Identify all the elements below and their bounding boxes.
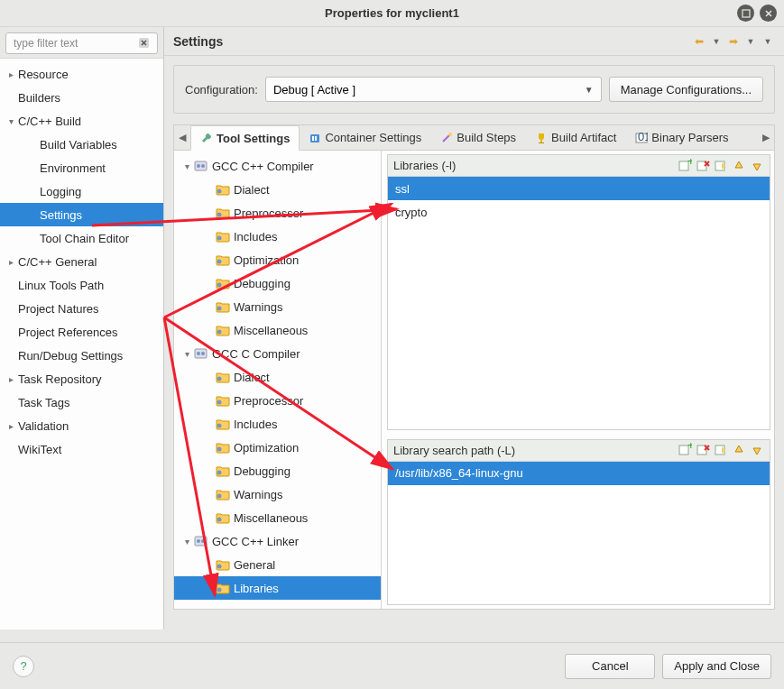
chevron-down-icon: ▼: [585, 85, 594, 95]
move-up-icon[interactable]: [732, 443, 746, 457]
sidebar-item-c-c-build[interactable]: ▾C/C++ Build: [0, 109, 163, 133]
sidebar-item-resource[interactable]: ▸Resource: [0, 62, 163, 86]
manage-configurations-button[interactable]: Manage Configurations...: [609, 77, 763, 102]
sidebar-item-c-c-general[interactable]: ▸C/C++ General: [0, 250, 163, 273]
edit-icon[interactable]: [714, 443, 728, 457]
edit-icon[interactable]: [714, 159, 728, 173]
settings-tree-warnings[interactable]: Warnings: [174, 295, 381, 318]
settings-tree-label: Preprocessor: [234, 207, 303, 220]
svg-line-9: [443, 135, 449, 142]
tool-icon: [194, 535, 208, 547]
wrench-icon: [200, 132, 213, 144]
delete-icon[interactable]: [696, 443, 710, 457]
sidebar-item-task-repository[interactable]: ▸Task Repository: [0, 367, 163, 390]
sidebar-item-project-references[interactable]: Project References: [0, 320, 163, 344]
filter-input[interactable]: [5, 32, 158, 54]
nav-forward-icon[interactable]: ➡: [726, 34, 741, 49]
settings-tree-gcc-c-compiler[interactable]: ▾GCC C Compiler: [174, 342, 381, 365]
tab-build-artifact[interactable]: Build Artifact: [526, 125, 626, 151]
settings-tree-label: Debugging: [234, 464, 291, 478]
settings-tree-label: Dialect: [234, 371, 270, 384]
settings-tree-miscellaneous[interactable]: Miscellaneous: [174, 318, 381, 342]
settings-tree-optimization[interactable]: Optimization: [174, 436, 381, 459]
settings-tree-debugging[interactable]: Debugging: [174, 271, 381, 295]
settings-tree-libraries[interactable]: Libraries: [174, 576, 381, 600]
tab-tool-settings[interactable]: Tool Settings: [190, 125, 300, 151]
sidebar-item-label: C/C++ General: [18, 255, 97, 269]
sidebar-item-logging[interactable]: Logging: [0, 179, 163, 203]
settings-tree-optimization[interactable]: Optimization: [174, 248, 381, 271]
settings-tree-label: Dialect: [234, 183, 270, 197]
settings-tree-gcc-c-linker[interactable]: ▾GCC C++ Linker: [174, 529, 381, 553]
sidebar-item-task-tags[interactable]: Task Tags: [0, 390, 163, 414]
library-search-path-list[interactable]: /usr/lib/x86_64-linux-gnu: [388, 462, 770, 604]
list-item[interactable]: crypto: [388, 200, 770, 224]
move-down-icon[interactable]: [750, 159, 764, 173]
settings-tree-includes[interactable]: Includes: [174, 412, 381, 436]
sidebar-item-run-debug-settings[interactable]: Run/Debug Settings: [0, 344, 163, 367]
sidebar-item-settings[interactable]: Settings: [0, 203, 163, 226]
sidebar-item-environment[interactable]: Environment: [0, 156, 163, 179]
window-title: Properties for myclient1: [325, 6, 459, 20]
settings-tree-preprocessor[interactable]: Preprocessor: [174, 389, 381, 412]
sidebar-item-build-variables[interactable]: Build Variables: [0, 133, 163, 156]
sidebar-item-validation[interactable]: ▸Validation: [0, 414, 163, 437]
settings-tree-general[interactable]: General: [174, 553, 381, 576]
nav-forward-menu-icon[interactable]: ▼: [743, 34, 758, 49]
svg-point-16: [197, 164, 200, 168]
tab-binary-parsers[interactable]: 010Binary Parsers: [626, 125, 738, 151]
list-item[interactable]: /usr/lib/x86_64-linux-gnu: [388, 462, 770, 485]
tabs-scroll-left[interactable]: ◀: [174, 132, 190, 143]
svg-point-32: [217, 471, 222, 475]
settings-tree-dialect[interactable]: Dialect: [174, 365, 381, 389]
tool-icon: [194, 347, 208, 360]
minimize-button[interactable]: [737, 5, 754, 22]
libraries-list[interactable]: sslcrypto: [388, 177, 770, 429]
add-icon[interactable]: +: [678, 159, 692, 173]
sidebar-item-tool-chain-editor[interactable]: Tool Chain Editor: [0, 226, 163, 250]
svg-rect-12: [539, 142, 544, 143]
settings-tree-gcc-c-compiler[interactable]: ▾GCC C++ Compiler: [174, 154, 381, 178]
trophy-icon: [535, 132, 548, 144]
tab-build-steps[interactable]: Build Steps: [431, 125, 526, 151]
delete-icon[interactable]: [696, 159, 710, 173]
settings-tree-includes[interactable]: Includes: [174, 225, 381, 248]
move-up-icon[interactable]: [732, 159, 746, 173]
settings-tree-label: Libraries: [234, 582, 279, 595]
close-button[interactable]: [760, 5, 777, 22]
cancel-button[interactable]: Cancel: [565, 654, 655, 679]
move-down-icon[interactable]: [750, 443, 764, 457]
expand-icon: ▾: [181, 537, 192, 547]
help-button[interactable]: ?: [13, 656, 34, 677]
svg-point-33: [217, 494, 222, 499]
settings-tree-preprocessor[interactable]: Preprocessor: [174, 201, 381, 225]
tab-container-settings[interactable]: Container Settings: [300, 125, 431, 151]
apply-and-close-button[interactable]: Apply and Close: [662, 654, 771, 679]
binary-icon: 010: [635, 132, 648, 144]
settings-tree-warnings[interactable]: Warnings: [174, 482, 381, 506]
folder-icon: [216, 324, 230, 336]
configuration-select[interactable]: Debug [ Active ] ▼: [265, 77, 602, 102]
sidebar-item-linux-tools-path[interactable]: Linux Tools Path: [0, 273, 163, 297]
tabs-scroll-right[interactable]: ▶: [758, 132, 774, 143]
clear-filter-icon[interactable]: [139, 36, 152, 50]
settings-tree-miscellaneous[interactable]: Miscellaneous: [174, 506, 381, 529]
container-icon: [309, 132, 321, 144]
settings-tree-debugging[interactable]: Debugging: [174, 459, 381, 482]
nav-dropdown-icon[interactable]: ▼: [761, 34, 775, 49]
svg-point-39: [217, 588, 222, 593]
nav-back-icon[interactable]: ⬅: [692, 34, 706, 49]
title-bar: Properties for myclient1: [0, 0, 784, 27]
svg-rect-35: [195, 537, 207, 546]
sidebar-item-builders[interactable]: Builders: [0, 86, 163, 109]
list-item[interactable]: ssl: [388, 177, 770, 200]
sidebar-item-label: Resource: [18, 68, 69, 81]
settings-tree-dialect[interactable]: Dialect: [174, 178, 381, 201]
tool-settings-tree: ▾GCC C++ CompilerDialectPreprocessorIncl…: [174, 151, 382, 609]
sidebar-item-wikitext[interactable]: WikiText: [0, 437, 163, 461]
settings-tree-label: Debugging: [234, 277, 291, 290]
nav-back-menu-icon[interactable]: ▼: [709, 34, 724, 49]
sidebar-item-project-natures[interactable]: Project Natures: [0, 297, 163, 320]
settings-tree-label: GCC C++ Linker: [212, 535, 299, 548]
add-icon[interactable]: +: [678, 443, 692, 457]
